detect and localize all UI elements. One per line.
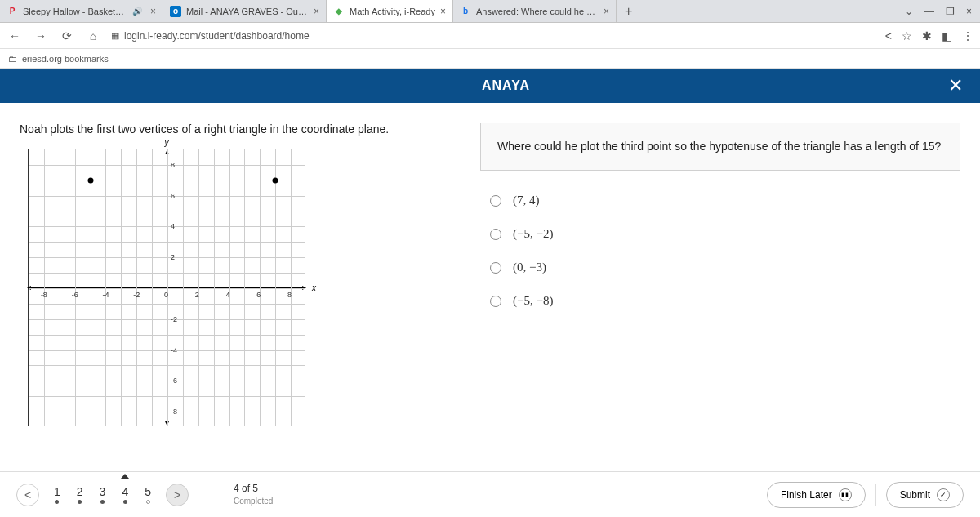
option-label: (0, −3): [513, 261, 546, 274]
y-tick-label: -8: [171, 408, 177, 416]
audio-icon[interactable]: 🔊: [132, 7, 142, 16]
question-panel: Where could he plot the third point so t…: [480, 123, 960, 459]
tab-title: Mail - ANAYA GRAVES - Outlook: [186, 7, 309, 16]
x-tick-label: -2: [133, 291, 140, 299]
pause-icon: ▮▮: [839, 488, 852, 501]
radio-icon: [490, 229, 501, 240]
option-label: (7, 4): [513, 194, 540, 207]
progress-label: Completed: [234, 496, 273, 506]
submit-button[interactable]: Submit✓: [886, 482, 964, 508]
question-number[interactable]: 4: [122, 485, 128, 504]
question-number[interactable]: 5: [145, 485, 151, 504]
close-icon[interactable]: ×: [314, 6, 319, 17]
x-axis-label: x: [312, 283, 316, 292]
x-tick-label: -8: [41, 291, 47, 299]
option-label: (−5, −8): [513, 294, 553, 308]
site-info-icon[interactable]: ▦: [111, 30, 119, 41]
close-activity-button[interactable]: ✕: [948, 75, 964, 96]
status-dot: [78, 500, 82, 504]
menu-icon[interactable]: ⋮: [962, 29, 973, 42]
y-tick-label: -6: [171, 377, 177, 385]
reload-button[interactable]: ⟳: [59, 29, 75, 42]
option-label: (−5, −2): [513, 227, 553, 241]
check-icon: ✓: [937, 488, 950, 501]
radio-icon: [490, 262, 501, 274]
progress-count: 4 of 5: [234, 483, 273, 496]
y-tick-label: 8: [171, 161, 175, 169]
coordinate-plane: y x ▴ ▾ ◂ ▸ -8-6-4-202468-8-6-4-22468: [28, 149, 305, 426]
app-header: ANAYA ✕: [0, 69, 980, 103]
favicon: ◆: [333, 6, 345, 17]
browser-tab-strip: P Sleepy Hallow - Basketball D 🔊 × o Mai…: [0, 0, 980, 23]
x-tick-label: 4: [226, 291, 230, 299]
radio-icon: [490, 195, 501, 207]
new-tab-button[interactable]: +: [617, 4, 640, 19]
prompt-panel: Noah plots the first two vertices of a r…: [20, 123, 461, 459]
favicon: P: [7, 6, 18, 17]
answer-options: (7, 4) (−5, −2) (0, −3) (−5, −8): [480, 194, 960, 308]
status-dot: [55, 500, 59, 504]
answer-option[interactable]: (−5, −2): [490, 227, 960, 241]
status-dot: [100, 500, 105, 504]
y-tick-label: 6: [171, 192, 175, 200]
star-icon[interactable]: ☆: [902, 29, 912, 42]
plotted-point: [273, 177, 278, 183]
share-icon[interactable]: <: [885, 29, 892, 42]
forward-button[interactable]: →: [33, 29, 49, 42]
account-icon[interactable]: ◧: [942, 29, 952, 42]
question-number[interactable]: 3: [100, 485, 106, 504]
bookmark-item[interactable]: eriesd.org bookmarks: [22, 54, 109, 64]
back-button[interactable]: ←: [7, 29, 23, 42]
close-icon[interactable]: ×: [440, 6, 446, 17]
bookmarks-bar: 🗀 eriesd.org bookmarks: [0, 49, 980, 69]
url-field[interactable]: ▦ login.i-ready.com/student/dashboard/ho…: [111, 30, 875, 42]
question-nav-footer: < 1 2 3 4 5 > 4 of 5 Completed Finish La…: [0, 471, 980, 517]
minimize-icon[interactable]: —: [924, 6, 934, 17]
y-tick-label: 4: [171, 222, 175, 230]
progress-indicator: 4 of 5 Completed: [234, 483, 273, 506]
x-tick-label: 6: [256, 291, 261, 299]
restore-icon[interactable]: ❐: [946, 6, 955, 17]
browser-tab[interactable]: o Mail - ANAYA GRAVES - Outlook ×: [163, 0, 327, 22]
y-tick-label: -4: [171, 346, 177, 354]
status-ring: [146, 500, 150, 504]
status-dot: [123, 500, 127, 504]
question-text: Where could he plot the third point so t…: [480, 123, 960, 171]
tab-title: Sleepy Hallow - Basketball D: [23, 7, 129, 16]
question-number[interactable]: 2: [77, 485, 83, 504]
prompt-text: Noah plots the first two vertices of a r…: [20, 123, 461, 136]
browser-tab[interactable]: ◆ Math Activity, i-Ready ×: [327, 0, 453, 22]
y-tick-label: -2: [171, 315, 177, 323]
address-bar: ← → ⟳ ⌂ ▦ login.i-ready.com/student/dash…: [0, 23, 980, 49]
answer-option[interactable]: (7, 4): [490, 194, 960, 207]
close-window-icon[interactable]: ×: [966, 6, 972, 17]
browser-tab[interactable]: P Sleepy Hallow - Basketball D 🔊 ×: [0, 0, 163, 22]
y-axis-label: y: [165, 138, 169, 147]
favicon: o: [170, 6, 181, 17]
activity-content: Noah plots the first two vertices of a r…: [0, 103, 980, 459]
x-tick-label: 2: [195, 291, 199, 299]
prev-question-button[interactable]: <: [16, 484, 39, 506]
close-icon[interactable]: ×: [604, 6, 609, 17]
extension-icon[interactable]: ✱: [922, 29, 932, 42]
close-icon[interactable]: ×: [150, 6, 156, 17]
url-text: login.i-ready.com/student/dashboard/home: [124, 30, 310, 42]
answer-option[interactable]: (−5, −8): [490, 294, 960, 308]
finish-later-button[interactable]: Finish Later▮▮: [767, 482, 866, 508]
student-name: ANAYA: [482, 78, 530, 93]
divider: [875, 484, 876, 506]
home-button[interactable]: ⌂: [85, 29, 101, 42]
question-number[interactable]: 1: [54, 485, 60, 504]
next-question-button[interactable]: >: [166, 484, 189, 506]
radio-icon: [490, 296, 501, 307]
tab-title: Answered: Where could he plot t: [476, 7, 599, 16]
chevron-down-icon[interactable]: ⌄: [905, 6, 913, 17]
question-number-list: 1 2 3 4 5: [54, 485, 151, 504]
tab-title: Math Activity, i-Ready: [350, 7, 435, 16]
answer-option[interactable]: (0, −3): [490, 261, 960, 274]
y-tick-label: 2: [171, 253, 175, 261]
x-tick-label: 8: [287, 291, 292, 299]
favicon: b: [460, 6, 471, 17]
x-tick-label: 0: [164, 291, 168, 299]
browser-tab[interactable]: b Answered: Where could he plot t ×: [453, 0, 617, 22]
